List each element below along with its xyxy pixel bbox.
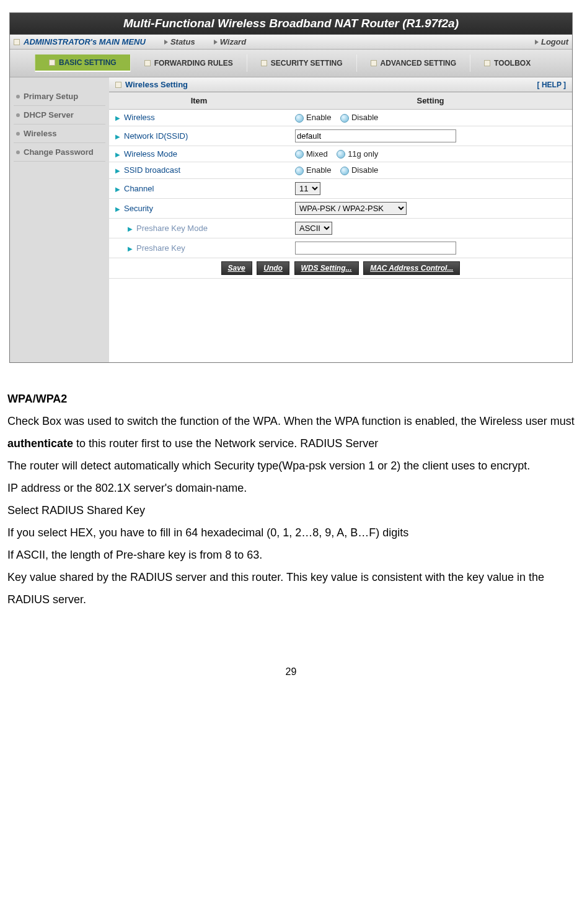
radio-mode-11g-label: 11g only <box>348 149 378 159</box>
page-number: 29 <box>6 666 576 678</box>
paragraph-6: If ASCII, the length of Pre-share key is… <box>7 544 576 566</box>
row-preshare-key: ▶Preshare Key <box>109 238 572 258</box>
paragraph-7: Key value shared by the RADIUS server an… <box>7 566 576 611</box>
radio-mode-11g[interactable] <box>337 150 345 159</box>
settings-table: Item Setting ▶Wireless Enable Disable ▶N… <box>109 92 572 279</box>
tab-advanced-label: ADVANCED SETTING <box>381 59 456 68</box>
row-preshare-key-mode: ▶Preshare Key Mode ASCII <box>109 218 572 238</box>
panel-header: Wireless Setting [ HELP ] <box>109 77 572 92</box>
main-menu-label: ADMINISTRATOR's MAIN MENU <box>14 37 146 46</box>
undo-button[interactable]: Undo <box>257 261 289 275</box>
dot-icon <box>16 113 20 117</box>
triangle-icon <box>164 40 168 45</box>
wds-setting-button[interactable]: WDS Setting... <box>294 261 359 275</box>
triangle-icon <box>214 40 218 45</box>
radio-wireless-disable-label: Disable <box>351 113 378 122</box>
tab-forwarding-label: FORWARDING RULES <box>154 59 233 68</box>
triangle-icon: ▶ <box>115 167 120 174</box>
sidebar-item-primary-setup[interactable]: Primary Setup <box>14 87 105 106</box>
row-ssid: ▶Network ID(SSID) <box>109 126 572 146</box>
sidebar-dhcp-label: DHCP Server <box>24 110 74 120</box>
row-security: ▶Security WPA-PSK / WPA2-PSK <box>109 198 572 218</box>
square-bullet-icon <box>49 59 55 66</box>
row-buttons: Save Undo WDS Setting... MAC Address Con… <box>109 258 572 278</box>
paragraph-4: Select RADIUS Shared Key <box>7 499 576 521</box>
dot-icon <box>16 132 20 136</box>
tab-advanced-setting[interactable]: ADVANCED SETTING <box>356 54 470 72</box>
menu-logout-text: Logout <box>541 37 568 46</box>
tab-toolbox-label: TOOLBOX <box>494 59 531 68</box>
router-screenshot: Multi-Functional Wireless Broadband NAT … <box>9 12 573 363</box>
square-bullet-icon <box>14 39 20 45</box>
document-body: WPA/WPA2 Check Box was used to switch th… <box>6 388 576 611</box>
row-channel-label: Channel <box>124 184 154 193</box>
row-wireless: ▶Wireless Enable Disable <box>109 110 572 126</box>
tab-security-setting[interactable]: SECURITY SETTING <box>247 54 356 72</box>
row-pkmode-label: Preshare Key Mode <box>136 224 208 233</box>
tab-bar: BASIC SETTING FORWARDING RULES SECURITY … <box>10 50 572 77</box>
triangle-icon: ▶ <box>115 133 120 140</box>
security-select[interactable]: WPA-PSK / WPA2-PSK <box>295 202 407 215</box>
radio-ssidb-enable-label: Enable <box>306 165 331 175</box>
panel-title: Wireless Setting <box>125 80 188 89</box>
sidebar-changepw-label: Change Password <box>24 147 94 157</box>
row-ssid-broadcast: ▶SSID broadcast Enable Disable <box>109 162 572 179</box>
row-pk-label: Preshare Key <box>136 243 185 253</box>
main-menu-bar: ADMINISTRATOR's MAIN MENU Status Wizard … <box>10 35 572 50</box>
row-ssidb-label: SSID broadcast <box>124 165 180 175</box>
sidebar-primary-label: Primary Setup <box>24 92 78 101</box>
content-panel: Wireless Setting [ HELP ] Item Setting ▶… <box>109 77 572 362</box>
help-link[interactable]: [ HELP ] <box>537 81 566 89</box>
menu-wizard[interactable]: Wizard <box>214 37 247 46</box>
triangle-icon: ▶ <box>128 225 133 232</box>
dot-icon <box>16 95 20 98</box>
row-security-label: Security <box>124 204 153 213</box>
tab-toolbox[interactable]: TOOLBOX <box>470 54 544 72</box>
tab-basic-setting[interactable]: BASIC SETTING <box>35 54 130 72</box>
sidebar-item-dhcp-server[interactable]: DHCP Server <box>14 106 105 124</box>
radio-ssidb-disable[interactable] <box>340 167 349 175</box>
tab-forwarding-rules[interactable]: FORWARDING RULES <box>130 54 247 72</box>
paragraph-3: IP address or the 802.1X server's domain… <box>7 477 576 499</box>
menu-status[interactable]: Status <box>164 37 195 46</box>
paragraph-5: If you select HEX, you have to fill in 6… <box>7 521 576 544</box>
radio-mode-mixed-label: Mixed <box>306 149 328 159</box>
th-setting: Setting <box>289 92 572 110</box>
radio-wireless-enable[interactable] <box>295 114 304 123</box>
triangle-icon: ▶ <box>128 245 133 252</box>
p1b: authenticate <box>7 437 73 450</box>
save-button[interactable]: Save <box>221 261 252 275</box>
app-title-bar: Multi-Functional Wireless Broadband NAT … <box>10 13 572 35</box>
table-header-row: Item Setting <box>109 92 572 110</box>
radio-wireless-disable[interactable] <box>340 114 349 123</box>
menu-logout[interactable]: Logout <box>535 37 568 46</box>
preshare-key-input[interactable] <box>295 242 456 255</box>
tab-security-label: SECURITY SETTING <box>271 59 343 68</box>
square-bullet-icon <box>144 60 151 66</box>
triangle-icon: ▶ <box>115 206 120 212</box>
preshare-key-mode-select[interactable]: ASCII <box>295 222 332 235</box>
menu-status-text: Status <box>170 37 195 46</box>
row-channel: ▶Channel 11 <box>109 178 572 198</box>
radio-wireless-enable-label: Enable <box>306 113 331 122</box>
radio-mode-mixed[interactable] <box>295 150 304 159</box>
tab-basic-label: BASIC SETTING <box>59 58 117 67</box>
ssid-input[interactable] <box>295 129 456 142</box>
row-mode-label: Wireless Mode <box>124 149 177 159</box>
sidebar-item-change-password[interactable]: Change Password <box>14 143 105 162</box>
paragraph-1: Check Box was used to switch the functio… <box>7 410 576 455</box>
sidebar-item-wireless[interactable]: Wireless <box>14 124 105 143</box>
triangle-icon <box>535 40 539 45</box>
triangle-icon: ▶ <box>115 186 120 193</box>
square-bullet-icon <box>261 60 267 66</box>
th-item: Item <box>109 92 289 110</box>
heading-wpa: WPA/WPA2 <box>7 388 576 410</box>
mac-address-control-button[interactable]: MAC Address Control... <box>363 261 460 275</box>
sidebar: Primary Setup DHCP Server Wireless Chang… <box>10 77 109 362</box>
radio-ssidb-enable[interactable] <box>295 167 304 175</box>
main-menu-label-text: ADMINISTRATOR's MAIN MENU <box>24 37 146 46</box>
p1a: Check Box was used to switch the functio… <box>7 415 575 427</box>
row-wireless-mode: ▶Wireless Mode Mixed 11g only <box>109 146 572 162</box>
channel-select[interactable]: 11 <box>295 182 320 195</box>
menu-wizard-text: Wizard <box>220 37 247 46</box>
